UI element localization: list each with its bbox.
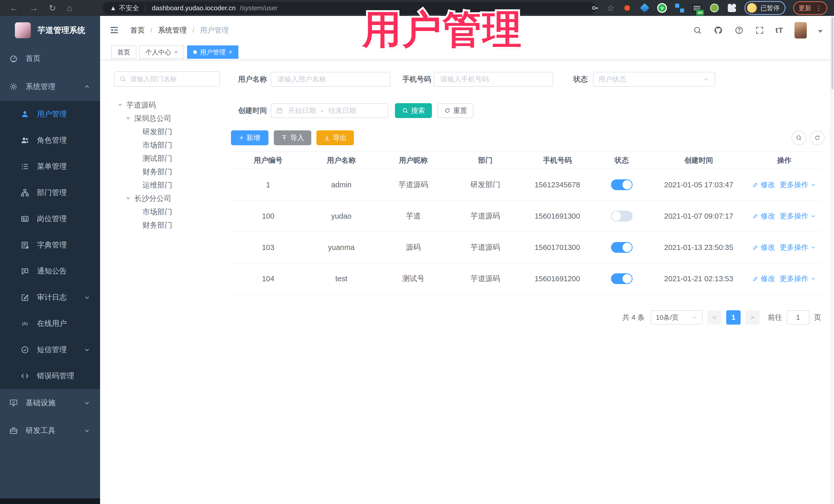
browser-profile-chip[interactable]: ☺ 已暂停 [744,1,786,15]
browser-back-icon[interactable]: ← [10,4,19,12]
table-row: 104 test 测试号 芋道源码 15601691200 2021-01-21… [231,263,821,294]
browser-home-icon[interactable]: ⌂ [67,4,72,12]
tab-home[interactable]: 首页 [111,45,136,59]
sidebar-item-online-users[interactable]: (A) 在线用户 [0,310,100,337]
more-actions-link[interactable]: 更多操作 [780,242,816,252]
upload-icon [281,134,288,141]
extensions-puzzle-icon[interactable] [727,3,737,13]
avatar-caret-icon[interactable] [818,30,823,33]
prev-page-button[interactable]: < [707,310,722,325]
address-bar[interactable]: ▲ 不安全 dashboard.yudao.iocoder.cn /system… [103,2,595,14]
search-button[interactable]: 搜索 [395,103,432,118]
tree-node-rd[interactable]: 研发部门 [112,125,222,138]
toggle-search-panel-button[interactable] [792,131,806,145]
sidebar-item-infrastructure[interactable]: 基础设施 [0,389,100,417]
browser-reload-icon[interactable]: ↻ [49,4,56,12]
more-actions-link[interactable]: 更多操作 [780,180,816,190]
main-area: 首页 / 系统管理 / 用户管理 tT 首页 个人中心 [100,16,834,504]
table-row: 1 admin 芋道源码 研发部门 15612345678 2021-01-05… [231,169,821,201]
sidebar-item-menu-mgmt[interactable]: 菜单管理 [0,153,100,180]
reset-button[interactable]: 重置 [438,103,474,118]
status-toggle[interactable] [611,179,633,190]
tree-node-finance2[interactable]: 财务部门 [112,219,222,232]
update-chip[interactable]: 更新 ⋮ [793,1,827,15]
dept-search-input[interactable] [130,75,215,83]
refresh-table-button[interactable] [810,131,825,145]
goto-page-input[interactable] [787,310,809,325]
extension-gem-icon[interactable] [640,3,650,13]
check-circle-icon [21,345,29,354]
sidebar-item-error-code[interactable]: 错误码管理 [0,363,100,389]
export-button[interactable]: 导出 [316,130,354,145]
tree-node-root[interactable]: 芋道源码 [112,98,222,112]
help-icon[interactable] [734,26,744,35]
breadcrumb-system[interactable]: 系统管理 [158,25,187,35]
tree-node-test[interactable]: 测试部门 [112,152,222,165]
tree-node-ops[interactable]: 运维部门 [112,179,222,192]
close-icon[interactable]: × [229,48,232,56]
status-toggle[interactable] [611,273,633,284]
extension-green-icon[interactable] [709,3,719,13]
page-scrollbar[interactable] [830,16,834,504]
status-toggle[interactable] [611,242,633,253]
sidebar-footer-bar[interactable] [0,498,100,504]
not-secure-badge[interactable]: ▲ 不安全 [110,4,139,13]
more-actions-link[interactable]: 更多操作 [780,211,816,221]
password-key-icon[interactable] [591,4,599,12]
status-select[interactable]: 用户状态 [593,72,715,87]
tab-user-mgmt[interactable]: 用户管理 × [187,45,238,59]
dept-tree: 芋道源码 深圳总公司 研发部门 市场部门 测试部门 财务部门 运维部门 长沙分公… [112,98,222,232]
sidebar-item-sms-mgmt[interactable]: 短信管理 [0,337,100,363]
mobile-input[interactable] [434,72,553,87]
tree-node-market[interactable]: 市场部门 [112,138,222,152]
edit-link[interactable]: 修改 [752,211,775,221]
browser-forward-icon[interactable]: → [29,4,38,12]
breadcrumb-home[interactable]: 首页 [130,25,145,35]
more-actions-link[interactable]: 更多操作 [780,274,816,284]
font-size-icon[interactable]: tT [775,26,783,35]
tree-node-changsha[interactable]: 长沙分公司 [112,192,222,205]
github-icon[interactable] [714,25,723,35]
page-size-select[interactable]: 10条/页 [651,310,703,325]
next-page-button[interactable]: > [745,310,760,325]
bookmark-star-icon[interactable]: ☆ [607,4,615,12]
extension-green-v-icon[interactable]: v [657,3,667,13]
header-search-icon[interactable] [693,26,702,35]
close-icon[interactable]: × [174,48,178,56]
browser-toolbar: ← → ↻ ⌂ ▲ 不安全 dashboard.yudao.iocoder.cn… [0,0,834,16]
extension-on-icon[interactable]: on [692,3,702,13]
import-button[interactable]: 导入 [274,130,311,145]
tree-node-shenzhen[interactable]: 深圳总公司 [112,112,222,125]
date-range-picker[interactable]: 开始日期 - 结束日期 [271,103,388,118]
chevron-down-icon [84,427,90,434]
page-1-button[interactable]: 1 [726,310,741,325]
sidebar-collapse-icon[interactable] [109,25,119,36]
sidebar-item-dept-mgmt[interactable]: 部门管理 [0,180,100,206]
extension-squares-icon[interactable] [675,3,684,13]
sidebar-item-dict-mgmt[interactable]: 字典管理 [0,232,100,258]
scrollbar-thumb[interactable] [831,18,833,89]
sidebar-item-system-mgmt[interactable]: 系统管理 [0,72,100,101]
extension-orange-icon[interactable] [622,3,632,13]
sidebar-item-dev-tools[interactable]: 研发工具 [0,417,100,444]
browser-menu-icon[interactable]: ⋮ [815,4,822,12]
sidebar-item-post-mgmt[interactable]: 岗位管理 [0,206,100,232]
sidebar-item-home[interactable]: 首页 [0,45,100,72]
username-input[interactable] [271,72,390,87]
sidebar-item-audit-log[interactable]: 审计日志 [0,284,100,310]
tree-node-finance[interactable]: 财务部门 [112,165,222,179]
add-button[interactable]: + 新增 [231,130,268,145]
col-user-id: 用户编号 [231,155,305,165]
calendar-icon [276,107,283,114]
sidebar-item-notice[interactable]: 通知公告 [0,258,100,284]
tab-profile[interactable]: 个人中心 × [139,45,184,59]
fullscreen-icon[interactable] [755,26,764,35]
edit-link[interactable]: 修改 [752,242,775,252]
sidebar-item-user-mgmt[interactable]: 用户管理 [0,101,100,127]
status-toggle[interactable] [611,211,633,221]
edit-link[interactable]: 修改 [752,274,775,284]
tree-node-market2[interactable]: 市场部门 [112,205,222,219]
user-avatar[interactable] [794,22,807,39]
edit-link[interactable]: 修改 [752,180,775,190]
sidebar-item-role-mgmt[interactable]: 角色管理 [0,127,100,153]
